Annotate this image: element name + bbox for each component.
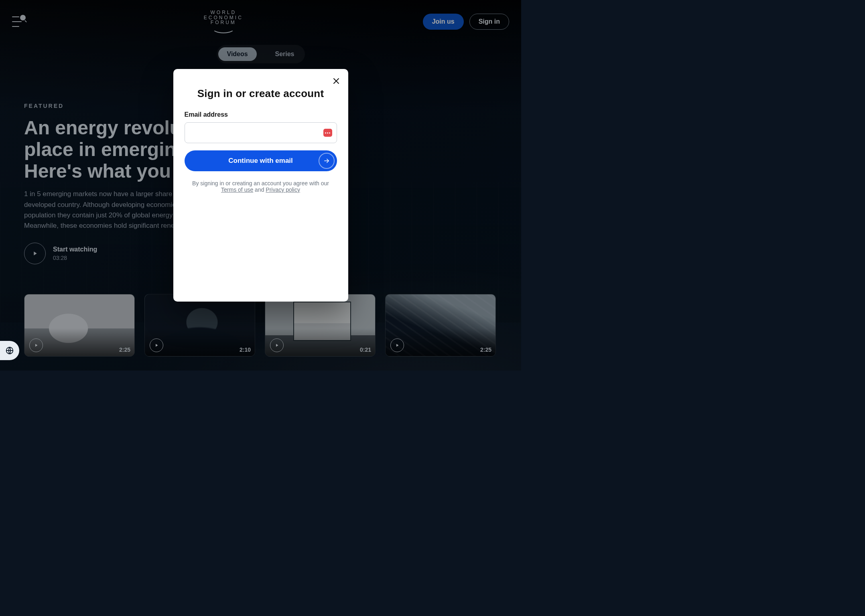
arrow-right-icon (319, 153, 335, 169)
continue-label: Continue with email (228, 157, 293, 164)
privacy-link[interactable]: Privacy policy (266, 186, 300, 193)
legal-pre: By signing in or creating an account you… (192, 180, 329, 186)
email-input[interactable] (185, 122, 337, 143)
terms-link[interactable]: Terms of use (221, 186, 253, 193)
email-field-group: Email address (185, 111, 337, 143)
legal-text: By signing in or creating an account you… (185, 180, 337, 193)
email-label: Email address (185, 111, 337, 118)
close-icon[interactable] (331, 76, 341, 86)
continue-with-email-button[interactable]: Continue with email (185, 150, 337, 171)
password-manager-icon[interactable] (323, 129, 332, 137)
legal-and: and (253, 186, 266, 193)
modal-title: Sign in or create account (185, 87, 337, 100)
signin-modal: Sign in or create account Email address … (173, 69, 348, 302)
language-button[interactable] (0, 341, 19, 360)
